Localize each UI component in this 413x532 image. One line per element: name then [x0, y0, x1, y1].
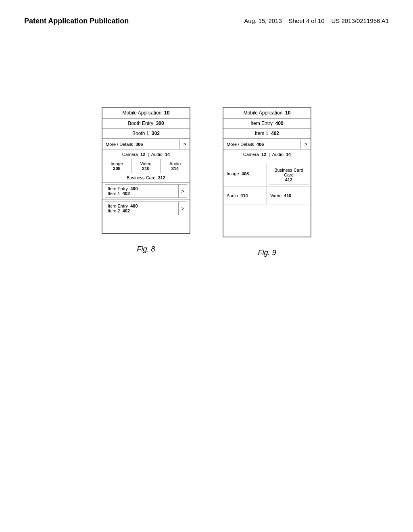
- fig8-item1-number: 402: [123, 191, 130, 196]
- fig9-item-label: Item 1: [255, 131, 268, 136]
- fig8-booth-entry: Booth Entry 300: [102, 118, 190, 129]
- fig8-business-card-label: Business Card: [127, 175, 156, 180]
- patent-number: US 2013/0211956 A1: [331, 17, 389, 24]
- fig8-business-card-number: 312: [158, 175, 165, 180]
- fig9-label: Fig. 9: [258, 249, 276, 257]
- fig8-phone: Mobile Application 10 Booth Entry 300 Bo…: [102, 107, 190, 234]
- fig9-spacer: [223, 159, 311, 163]
- fig8-app-title: Mobile Application: [123, 110, 162, 116]
- fig9-phone: Mobile Application 10 Item Entry 400 Ite…: [223, 107, 311, 237]
- fig8-item2-label: Item 2: [108, 208, 120, 213]
- fig8-bottom-space: [102, 217, 190, 233]
- fig8-booth-label: Booth 1: [132, 131, 149, 136]
- fig9-video-number: 410: [284, 193, 291, 198]
- fig9-media-grid-bottom: Audio 414 Video 410: [223, 187, 311, 204]
- fig9-item-number: 402: [271, 131, 279, 136]
- fig8-item1-text: Item Entry 400 Item 1 402: [105, 185, 179, 197]
- fig9-title-number: 10: [285, 110, 290, 116]
- fig8-item2-inner: Item Entry 400 Item 2 402 >: [105, 202, 187, 215]
- fig8-booth-entry-label: Booth Entry: [128, 121, 153, 126]
- fig8-arrow1-icon: >: [183, 141, 186, 147]
- figures-area: Mobile Application 10 Booth Entry 300 Bo…: [0, 34, 413, 281]
- fig8-video-cell: Video 310: [131, 159, 161, 173]
- fig9-more-details-arrow[interactable]: >: [301, 139, 311, 150]
- fig9-audio2-cell: Audio 414: [223, 187, 267, 204]
- fig9-image-number: 408: [242, 171, 249, 176]
- fig8-more-details-label: More / Details: [106, 142, 133, 147]
- fig8-camera-number: 12: [140, 152, 145, 157]
- fig8-item-entry1-number: 400: [130, 186, 138, 191]
- fig8-item1-wrapper: Item Entry 400 Item 1 402 >: [102, 183, 190, 200]
- fig9-bottom-space2: [223, 220, 311, 237]
- fig8-image-label: Image: [105, 161, 129, 166]
- fig9-more-details-label: More / Details: [227, 142, 254, 147]
- fig9-item: Item 1 402: [223, 129, 311, 139]
- fig9-image-cell: Image 408: [223, 163, 267, 187]
- fig8-more-details-arrow[interactable]: >: [180, 139, 190, 150]
- fig9-app-title: Mobile Application: [244, 110, 283, 116]
- fig8-item-entry1-label: Item Entry: [108, 186, 128, 191]
- pub-title-text: Patent Application Publication: [24, 17, 129, 25]
- fig8-item2-number: 402: [123, 208, 130, 213]
- fig8-arrow2-icon: >: [181, 188, 184, 194]
- fig9-more-details-number: 406: [257, 142, 264, 147]
- fig8-label: Fig. 8: [137, 245, 155, 254]
- fig9-camera-row: Camera 12 | Audio 14: [223, 150, 311, 159]
- fig9-business-card-label: Business Card: [271, 168, 307, 172]
- fig8-more-details-text: More / Details 306: [102, 139, 180, 149]
- fig8-item1-label: Item 1: [108, 191, 120, 196]
- fig9-video-label: Video: [270, 193, 282, 198]
- fig8-item1-arrow[interactable]: >: [179, 185, 187, 197]
- fig9-audio2-label: Audio: [227, 193, 238, 198]
- fig8-more-details-row: More / Details 306 >: [102, 139, 190, 150]
- publication-title: Patent Application Publication: [24, 16, 129, 26]
- fig8-item-entry2-number: 400: [130, 204, 138, 208]
- fig8-arrow3-icon: >: [181, 206, 184, 212]
- fig9-arrow1-icon: >: [304, 141, 307, 147]
- fig8-audio2-number: 314: [163, 166, 187, 171]
- fig8-item2-arrow[interactable]: >: [179, 202, 187, 215]
- fig8-booth: Booth 1 302: [102, 129, 190, 139]
- pub-sheet: Sheet 4 of 10: [288, 17, 324, 24]
- fig9-camera-number: 12: [261, 152, 266, 157]
- fig9-audio-number: 14: [286, 152, 291, 157]
- fig8-booth-number: 302: [152, 131, 160, 136]
- fig8-image-number: 308: [105, 166, 129, 171]
- fig9-business-card-cell: Business Card Card 412: [269, 165, 309, 185]
- fig8-item-entry2-label: Item Entry: [108, 204, 128, 208]
- fig8-audio-number: 14: [165, 152, 170, 157]
- header-info: Aug. 15, 2013 Sheet 4 of 10 US 2013/0211…: [244, 16, 389, 26]
- fig9-container: Mobile Application 10 Item Entry 400 Ite…: [223, 107, 311, 257]
- fig9-video-cell: Video 410: [267, 187, 311, 204]
- fig9-item-entry-label: Item Entry: [250, 121, 273, 126]
- fig8-audio2-cell: Audio 314: [161, 159, 190, 173]
- fig8-audio2-label: Audio: [163, 161, 187, 166]
- fig9-image-label: Image: [227, 171, 239, 176]
- fig8-audio-label: Audio: [151, 152, 163, 157]
- fig9-audio2-number: 414: [240, 193, 248, 198]
- fig8-camera-label: Camera: [122, 152, 138, 157]
- fig8-title-number: 10: [164, 110, 169, 116]
- fig9-more-details-row: More / Details 406 >: [223, 139, 311, 150]
- fig8-media-grid: Image 308 Video 310 Audio 314: [102, 159, 190, 173]
- fig9-item-entry: Item Entry 400: [223, 118, 311, 129]
- fig8-container: Mobile Application 10 Booth Entry 300 Bo…: [102, 107, 190, 254]
- fig8-item1-inner: Item Entry 400 Item 1 402 >: [105, 184, 187, 198]
- fig8-booth-entry-number: 300: [156, 121, 164, 126]
- fig9-bottom-space: [223, 204, 311, 220]
- fig9-camera-label: Camera: [243, 152, 259, 157]
- fig8-video-label: Video: [134, 161, 158, 166]
- fig9-more-details-text: More / Details 406: [223, 139, 301, 149]
- fig8-more-details-number: 306: [136, 142, 143, 147]
- fig9-media-grid-top: Image 408 Business Card Card 412: [223, 163, 311, 187]
- page-header: Patent Application Publication Aug. 15, …: [0, 0, 413, 34]
- fig8-business-card: Business Card 312: [102, 173, 190, 183]
- fig8-camera-row: Camera 12 | Audio 14: [102, 150, 190, 159]
- fig9-title-bar: Mobile Application 10: [223, 108, 311, 118]
- fig8-item2-text: Item Entry 400 Item 2 402: [105, 202, 179, 215]
- fig8-video-number: 310: [134, 166, 158, 171]
- fig9-item-entry-number: 400: [275, 121, 284, 126]
- fig8-image-cell: Image 308: [102, 159, 131, 173]
- fig8-item2-wrapper: Item Entry 400 Item 2 402 >: [102, 200, 190, 217]
- pub-date: Aug. 15, 2013: [244, 17, 282, 24]
